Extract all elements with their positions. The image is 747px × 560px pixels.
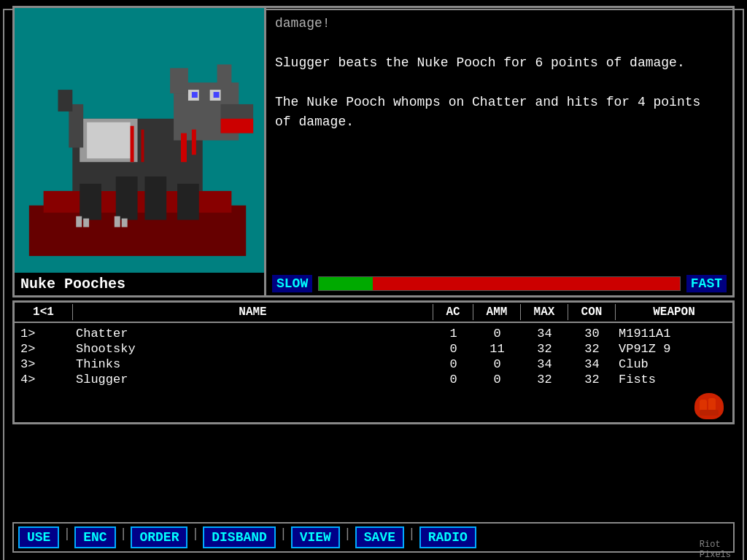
row-max: 32 [521,373,568,386]
menu-separator: | [190,526,201,548]
row-ac: 1 [433,327,473,341]
svg-rect-27 [115,217,120,228]
party-row[interactable]: 4> Slugger 0 0 32 32 Fists [15,372,732,387]
row-name: Slugger [73,373,433,386]
th-weapon: WEAPON [616,304,732,320]
monster-sprite [15,8,264,273]
menu-separator: | [278,526,289,548]
menu-bar: USE|ENC|ORDER|DISBAND|VIEW|SAVE|RADIO [12,522,735,553]
party-section: 1<1 NAME AC AMM MAX CON WEAPON 1> Chatte… [12,300,735,424]
top-section: Nuke Pooches damage! Slugger beats the N… [12,6,735,298]
party-rows: 1> Chatter 1 0 34 30 M1911A1 2> Shootsky… [15,323,732,390]
row-weapon: Fists [616,373,732,386]
monster-panel: Nuke Pooches [15,8,266,295]
watermark-line2: Pixels [700,550,731,560]
svg-rect-28 [122,219,128,228]
svg-rect-5 [116,176,138,219]
svg-rect-30 [700,400,707,411]
combat-message-2: The Nuke Pooch whomps on Chatter and hit… [275,93,724,132]
hand-icon-area [15,390,732,422]
svg-rect-16 [217,64,232,86]
row-ac: 0 [433,373,473,386]
row-order: 1> [15,327,73,341]
row-weapon: Club [616,357,732,371]
row-weapon: VP91Z 9 [616,342,732,356]
svg-rect-10 [221,119,254,133]
menu-item-use[interactable]: USE [18,526,59,548]
row-max: 34 [521,357,568,371]
row-ac: 0 [433,342,473,356]
row-con: 30 [568,327,616,341]
menu-item-enc[interactable]: ENC [74,526,115,548]
speed-fill-red [373,277,679,290]
monster-name-text: Nuke Pooches [20,276,125,292]
row-order: 2> [15,342,73,356]
party-row[interactable]: 1> Chatter 1 0 34 30 M1911A1 [15,326,732,341]
monster-name-bar: Nuke Pooches [15,273,264,295]
svg-rect-18 [87,122,130,159]
th-amm: AMM [473,304,521,320]
row-amm: 0 [473,373,521,386]
row-max: 32 [521,342,568,356]
speed-track [318,276,681,291]
svg-rect-31 [708,398,716,411]
menu-item-save[interactable]: SAVE [355,526,404,548]
svg-rect-4 [80,184,101,220]
svg-rect-32 [700,410,719,416]
svg-rect-24 [58,90,72,112]
th-con: CON [568,304,616,320]
th-max: MAX [521,304,568,320]
watermark-line1: Riot [700,540,731,550]
menu-item-radio[interactable]: RADIO [419,526,476,548]
menu-separator: | [61,526,72,548]
row-amm: 0 [473,327,521,341]
svg-rect-20 [192,130,196,155]
watermark: Riot Pixels [700,540,731,560]
menu-separator: | [118,526,129,548]
svg-rect-19 [181,133,187,163]
svg-rect-6 [144,176,166,219]
svg-rect-22 [141,130,144,163]
hand-icon[interactable] [694,393,724,419]
row-con: 32 [568,373,616,386]
row-order: 3> [15,357,73,371]
combat-line-truncated: damage! [275,14,724,34]
combat-message-1: Slugger beats the Nuke Pooch for 6 point… [275,53,724,73]
combat-text: damage! Slugger beats the Nuke Pooch for… [266,8,732,272]
th-order: 1<1 [15,304,73,320]
party-row[interactable]: 3> Thinks 0 0 34 34 Club [15,357,732,372]
svg-rect-13 [192,92,198,98]
row-max: 34 [521,327,568,341]
combat-log-panel: damage! Slugger beats the Nuke Pooch for… [266,8,732,295]
table-header: 1<1 NAME AC AMM MAX CON WEAPON [15,303,732,323]
row-amm: 0 [473,357,521,371]
row-ac: 0 [433,357,473,371]
svg-rect-7 [177,184,199,220]
slow-label: SLOW [272,275,312,292]
svg-rect-26 [83,219,89,228]
speed-bar: SLOW FAST [266,272,732,295]
row-weapon: M1911A1 [616,327,732,341]
row-order: 4> [15,373,73,386]
menu-item-disband[interactable]: DISBAND [203,526,276,548]
row-con: 34 [568,357,616,371]
svg-rect-14 [214,92,220,98]
menu-separator: | [406,526,417,548]
menu-separator: | [342,526,353,548]
svg-rect-25 [76,217,82,228]
game-container: Nuke Pooches damage! Slugger beats the N… [0,6,747,560]
menu-item-view[interactable]: VIEW [291,526,340,548]
fast-label: FAST [686,275,727,292]
th-name: NAME [73,304,433,320]
party-row[interactable]: 2> Shootsky 0 11 32 32 VP91Z 9 [15,341,732,357]
row-name: Thinks [73,357,433,371]
row-con: 32 [568,342,616,356]
row-name: Chatter [73,327,433,341]
row-name: Shootsky [73,342,433,356]
monster-image [15,8,264,273]
row-amm: 11 [473,342,521,356]
menu-item-order[interactable]: ORDER [131,526,187,548]
svg-rect-15 [170,68,188,93]
svg-rect-21 [131,126,134,163]
th-ac: AC [433,304,473,320]
